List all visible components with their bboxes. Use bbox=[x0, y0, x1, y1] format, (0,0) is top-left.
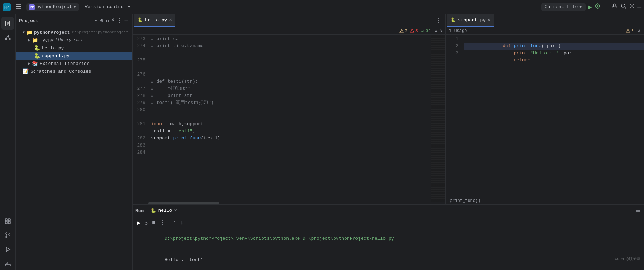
svg-point-14 bbox=[5, 38, 7, 40]
right-editor-content[interactable]: 1 2 3 def print_func(_par_): print "Hell… bbox=[446, 35, 644, 197]
search-button[interactable] bbox=[620, 3, 627, 11]
right-warning-count: 5 bbox=[631, 29, 634, 33]
structure-activity-button[interactable] bbox=[1, 31, 14, 44]
right-editor: 🐍 support.py × 1 usage 5 ∧ bbox=[446, 14, 644, 204]
svg-line-17 bbox=[8, 37, 10, 38]
editor-more-button[interactable]: ⋮ bbox=[434, 17, 444, 24]
editors-split: 🐍 hello.py × ⋮ 3 5 bbox=[133, 14, 644, 204]
svg-line-10 bbox=[625, 7, 626, 9]
run-activity-button[interactable] bbox=[1, 243, 14, 256]
version-control-button[interactable]: Version control ▾ bbox=[82, 3, 133, 11]
expand-arrow-icon: ▼ bbox=[23, 31, 25, 34]
current-file-label: Current File bbox=[545, 4, 578, 10]
sidebar-title: Project bbox=[19, 18, 93, 23]
sidebar-title-arrow: ▾ bbox=[95, 18, 97, 23]
left-editor-status-bar: 3 5 32 ∧ ∨ bbox=[133, 27, 445, 35]
project-icon: PP bbox=[29, 4, 35, 10]
scroll-down-button[interactable]: ↓ bbox=[179, 219, 185, 227]
terminal-line-1: D:\project\pythonProject\.venv\Scripts\p… bbox=[137, 228, 640, 249]
left-editor: 🐍 hello.py × ⋮ 3 5 bbox=[133, 14, 446, 204]
svg-rect-21 bbox=[8, 221, 10, 224]
support-tab-close-button[interactable]: × bbox=[488, 18, 490, 23]
left-scrollbar[interactable] bbox=[133, 202, 445, 204]
scratches-label: Scratches and Consoles bbox=[30, 69, 91, 74]
run-button[interactable]: ▶ bbox=[588, 2, 592, 11]
hello-run-label: hello bbox=[158, 208, 172, 213]
svg-rect-20 bbox=[5, 221, 7, 224]
more-tool-button[interactable]: ⋮ bbox=[158, 219, 167, 227]
title-bar: PP ☰ PP pythonProject ▾ Version control … bbox=[0, 0, 644, 14]
refresh-button[interactable]: ↻ bbox=[105, 16, 110, 25]
bottom-more-button[interactable] bbox=[633, 208, 641, 215]
tab-hello-py[interactable]: 🐍 hello.py × bbox=[134, 14, 175, 27]
debug-button[interactable] bbox=[594, 2, 601, 11]
folder-icon: 📁 bbox=[26, 29, 32, 35]
external-libs-label: External Libraries bbox=[40, 61, 89, 66]
left-code-lines: # print cal # print time.tzname # def te… bbox=[148, 35, 431, 202]
files-activity-button[interactable] bbox=[1, 17, 14, 30]
bottom-activity-button[interactable] bbox=[1, 257, 14, 270]
hello-run-close-button[interactable]: × bbox=[174, 208, 177, 213]
app-logo: PP bbox=[3, 3, 11, 11]
replay-tool-button[interactable]: ↺ bbox=[143, 219, 150, 227]
svg-rect-19 bbox=[8, 219, 10, 221]
project-folder-label: pythonProject bbox=[34, 30, 70, 35]
tree-item-external-libs[interactable]: ▶ 📚 External Libraries bbox=[16, 60, 132, 67]
hello-tab-close-button[interactable]: × bbox=[169, 18, 172, 23]
current-file-selector[interactable]: Current File ▾ bbox=[541, 3, 586, 11]
sidebar-minimize-button[interactable]: — bbox=[124, 16, 129, 25]
settings-button[interactable] bbox=[629, 3, 635, 11]
sidebar-more-button[interactable]: ⋮ bbox=[116, 16, 123, 25]
external-libs-icon: 📚 bbox=[32, 61, 38, 67]
ok-badge: 32 bbox=[421, 29, 431, 33]
hello-py-icon: 🐍 bbox=[34, 45, 40, 51]
minimize-button[interactable]: — bbox=[637, 4, 641, 11]
tree-item-venv[interactable]: ▶ 📁 .venv library root bbox=[16, 36, 132, 44]
project-selector[interactable]: PP pythonProject ▾ bbox=[26, 3, 79, 11]
tree-item-hello-py[interactable]: 🐍 hello.py bbox=[16, 44, 132, 52]
svg-point-13 bbox=[7, 35, 9, 37]
tab-support-py[interactable]: 🐍 support.py × bbox=[447, 14, 494, 27]
venv-folder-icon: 📁 bbox=[32, 37, 38, 43]
tree-item-support-py[interactable]: 🐍 support.py bbox=[16, 52, 132, 60]
play-tool-button[interactable]: ▶ bbox=[135, 219, 142, 227]
project-sidebar: Project ▾ ⊕ ↻ × ⋮ — ▼ 📁 pythonProject D:… bbox=[16, 14, 133, 270]
project-name-label: pythonProject bbox=[36, 4, 72, 10]
svg-line-16 bbox=[6, 37, 8, 38]
project-dropdown-icon: ▾ bbox=[73, 4, 76, 10]
terminal-output: D:\project\pythonProject\.venv\Scripts\p… bbox=[133, 228, 644, 270]
bottom-toolbar: ▶ ↺ ■ ⋮ ↑ ↓ bbox=[133, 217, 644, 228]
hello-tab-label: hello.py bbox=[145, 17, 167, 23]
hamburger-menu-button[interactable]: ☰ bbox=[13, 2, 23, 12]
venv-label: .venv bbox=[40, 38, 54, 43]
svg-point-15 bbox=[9, 38, 10, 40]
error-badge: 5 bbox=[410, 29, 418, 33]
run-label: Run bbox=[135, 208, 144, 214]
python-path: D:\project\pythonProject\.venv\Scripts\p… bbox=[164, 236, 394, 241]
venv-expand-arrow-icon: ▶ bbox=[28, 38, 30, 42]
svg-rect-27 bbox=[5, 264, 10, 266]
project-path-label: D:\project\pythonProject bbox=[72, 30, 128, 34]
new-file-button[interactable]: ⊕ bbox=[100, 16, 105, 25]
minimap-visual bbox=[431, 35, 445, 202]
svg-text:PP: PP bbox=[4, 5, 9, 9]
profile-button[interactable] bbox=[611, 2, 618, 11]
bottom-tab-hello[interactable]: 🐍 hello × bbox=[147, 205, 180, 217]
collapse-all-button[interactable]: × bbox=[111, 16, 116, 25]
tree-item-scratches[interactable]: 📝 Scratches and Consoles bbox=[16, 67, 132, 75]
scroll-up-button[interactable]: ↑ bbox=[171, 219, 178, 227]
svg-marker-34 bbox=[626, 29, 630, 32]
left-editor-content[interactable]: 273 274 275 276 277 278 279 280 bbox=[133, 35, 431, 202]
plugins-activity-button[interactable] bbox=[1, 215, 14, 227]
git-activity-button[interactable] bbox=[1, 229, 14, 242]
hello-py-label: hello.py bbox=[42, 45, 64, 51]
hello-run-icon: 🐍 bbox=[151, 208, 156, 213]
more-actions-button[interactable]: ⋮ bbox=[603, 4, 609, 11]
expand-icon: ∨ bbox=[440, 28, 442, 33]
tree-item-pythonproject[interactable]: ▼ 📁 pythonProject D:\project\pythonProje… bbox=[16, 28, 132, 36]
scratches-icon: 📝 bbox=[23, 68, 29, 75]
collapse-icon: ∧ bbox=[435, 28, 437, 33]
function-footer: print_func() bbox=[446, 197, 644, 204]
svg-marker-33 bbox=[410, 29, 414, 32]
stop-tool-button[interactable]: ■ bbox=[151, 219, 157, 227]
